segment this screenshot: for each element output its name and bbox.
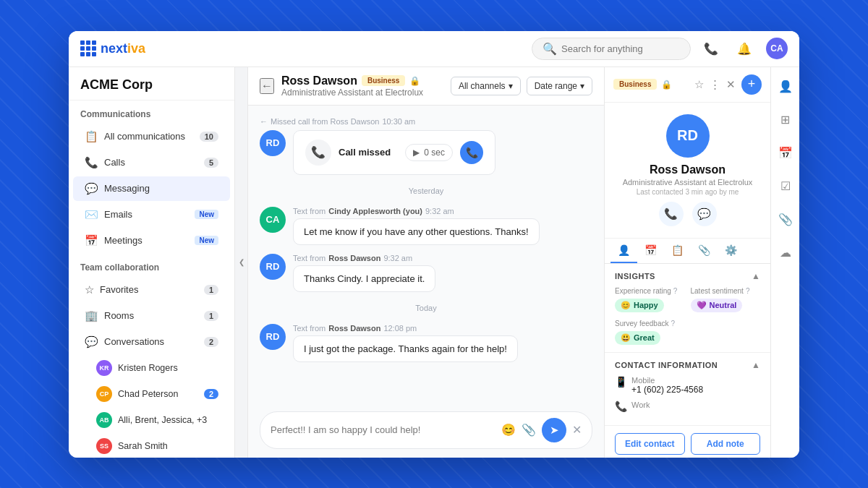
logo-grid-icon xyxy=(80,40,96,56)
help-icon3: ? xyxy=(671,320,676,328)
rooms-badge: 1 xyxy=(204,311,218,321)
heart-icon: 💜 xyxy=(697,301,707,310)
add-action-button[interactable]: + xyxy=(741,74,762,95)
tab-person[interactable]: 👤 xyxy=(610,239,637,263)
app-logo: nextiva xyxy=(80,40,145,56)
tab-calendar[interactable]: 📅 xyxy=(637,239,664,263)
msg-time-cindy: 9:32 am xyxy=(425,207,454,215)
user-avatar[interactable]: CA xyxy=(766,38,788,59)
tab-paperclip[interactable]: 📎 xyxy=(691,239,718,263)
search-bar[interactable]: 🔍 xyxy=(532,38,691,60)
bell-icon-btn[interactable]: 🔔 xyxy=(733,37,756,60)
contact-chad-name: Chad Peterson xyxy=(118,389,178,399)
edit-contact-button[interactable]: Edit contact xyxy=(615,433,685,455)
list-item-alli[interactable]: AB Alli, Brent, Jessica, +3 xyxy=(73,408,230,432)
sidebar-item-favorites[interactable]: ☆ Favorites 1 xyxy=(73,278,230,302)
msg-meta-ross1: Text from Ross Dawson 9:32 am xyxy=(293,254,592,262)
insights-grid: Experience rating ? 😊 Happy Latest senti… xyxy=(615,287,760,312)
meetings-new-badge: New xyxy=(195,236,218,245)
list-item-kristen[interactable]: KR Kristen Rogers xyxy=(73,356,230,380)
star-button[interactable]: ☆ xyxy=(694,78,704,91)
chat-name-text: Ross Dawson xyxy=(281,74,357,87)
msg-meta-cindy: Text from Cindy Applesworth (you) 9:32 a… xyxy=(293,207,592,215)
avatar-alli: AB xyxy=(96,412,112,428)
survey-value: 😃 Great xyxy=(615,331,660,345)
chevron-down-icon2: ▾ xyxy=(580,81,584,91)
business-badge: Business xyxy=(362,75,405,86)
voicemail-pill[interactable]: ▶ 0 sec xyxy=(405,144,453,161)
chat-header-info: Ross Dawson Business 🔒 Administrative As… xyxy=(281,74,443,98)
all-communications-badge: 10 xyxy=(200,132,218,142)
list-item-sarah[interactable]: SS Sarah Smith xyxy=(73,434,230,458)
all-communications-icon: 📋 xyxy=(85,130,98,143)
survey-label: Survey feedback ? xyxy=(615,320,760,328)
avatar-sarah: SS xyxy=(96,438,112,454)
conversations-icon: 💬 xyxy=(85,335,98,348)
chat-header-actions: All channels ▾ Date range ▾ xyxy=(451,77,592,95)
list-item: CA Text from Cindy Applesworth (you) 9:3… xyxy=(260,207,592,245)
rp-lock-icon: 🔒 xyxy=(661,80,672,90)
send-button[interactable]: ➤ xyxy=(542,418,566,442)
close-panel-button[interactable]: ✕ xyxy=(726,78,736,91)
sidebar-item-rooms[interactable]: 🏢 Rooms 1 xyxy=(73,304,230,328)
date-range-filter[interactable]: Date range ▾ xyxy=(527,77,592,95)
communications-section-title: Communications xyxy=(69,100,234,124)
emoji-button[interactable]: 😊 xyxy=(501,423,516,437)
contact-subtitle: Administrative Assistant at Electrolux xyxy=(623,178,753,187)
work-info-text: Work xyxy=(631,401,660,409)
missed-call-title: Call missed xyxy=(339,147,391,158)
list-item-chad[interactable]: CP Chad Peterson 2 xyxy=(73,382,230,406)
date-separator-today: Today xyxy=(260,304,592,312)
meetings-icon: 📅 xyxy=(85,234,98,247)
contact-card: RD Ross Dawson Administrative Assistant … xyxy=(605,103,770,239)
conversations-badge: 2 xyxy=(204,337,218,347)
contact-info-section: CONTACT INFORMATION ▲ 📱 Mobile +1 (602) … xyxy=(605,352,770,425)
more-options-button[interactable]: ⋮ xyxy=(710,78,720,91)
close-input-button[interactable]: ✕ xyxy=(572,423,582,437)
avatar-kristen: KR xyxy=(96,360,112,376)
list-item: RD Text from Ross Dawson 12:08 pm I just… xyxy=(260,324,592,362)
sidebar-toggle[interactable]: ❮ xyxy=(235,67,248,458)
calls-label: Calls xyxy=(104,157,125,168)
rooms-icon: 🏢 xyxy=(85,309,98,322)
msg-content-ross2: Text from Ross Dawson 12:08 pm I just go… xyxy=(293,324,592,362)
all-channels-filter[interactable]: All channels ▾ xyxy=(451,77,521,95)
vert-grid-icon[interactable]: ⊞ xyxy=(775,109,796,131)
contact-call-button[interactable]: 📞 xyxy=(659,202,684,226)
favorites-badge: 1 xyxy=(204,285,218,295)
mobile-info: 📱 Mobile +1 (602) 225-4568 xyxy=(615,376,760,395)
missed-call-row: RD 📞 Call missed ▶ 0 xyxy=(260,130,592,175)
sidebar-item-calls[interactable]: 📞 Calls 5 xyxy=(73,150,230,175)
tab-list[interactable]: 📋 xyxy=(664,239,691,263)
sidebar-item-meetings[interactable]: 📅 Meetings New xyxy=(73,228,230,253)
vert-calendar-icon[interactable]: 📅 xyxy=(775,142,796,164)
back-button[interactable]: ← xyxy=(260,78,274,94)
search-input[interactable] xyxy=(561,43,680,54)
vert-checklist-icon[interactable]: ☑ xyxy=(775,176,796,197)
sidebar-item-emails[interactable]: ✉️ Emails New xyxy=(73,202,230,227)
phone-icon-btn[interactable]: 📞 xyxy=(699,37,723,60)
vert-paperclip-icon[interactable]: 📎 xyxy=(775,209,796,231)
tab-settings[interactable]: ⚙️ xyxy=(718,239,744,263)
sidebar-item-conversations[interactable]: 💬 Conversations 2 xyxy=(73,330,230,354)
add-note-button[interactable]: Add note xyxy=(691,433,761,455)
vert-person-icon[interactable]: 👤 xyxy=(775,76,796,98)
experience-value: 😊 Happy xyxy=(615,299,664,312)
sidebar-item-messaging[interactable]: 💬 Messaging xyxy=(73,176,230,201)
chat-input[interactable] xyxy=(271,424,495,435)
date-range-label: Date range xyxy=(535,81,577,91)
call-missed-title: Call missed xyxy=(339,147,391,158)
call-back-button[interactable]: 📞 xyxy=(460,141,483,164)
sidebar: ACME Corp Communications 📋 All communica… xyxy=(69,67,235,458)
right-panel-header: Business 🔒 ☆ ⋮ ✕ + xyxy=(605,67,770,103)
missed-call-actions: ▶ 0 sec 📞 xyxy=(405,141,483,164)
sidebar-item-all-communications[interactable]: 📋 All communications 10 xyxy=(73,124,230,149)
contact-message-button[interactable]: 💬 xyxy=(692,202,717,226)
vert-cloud-icon[interactable]: ☁ xyxy=(775,242,796,264)
mobile-label: Mobile xyxy=(631,376,703,385)
rp-business-badge: Business xyxy=(613,79,657,90)
mobile-phone-icon: 📱 xyxy=(615,376,627,388)
right-vert-icons: 👤 ⊞ 📅 ☑ 📎 ☁ xyxy=(770,67,799,458)
attach-button[interactable]: 📎 xyxy=(522,423,536,437)
happy-icon: 😊 xyxy=(621,301,631,310)
